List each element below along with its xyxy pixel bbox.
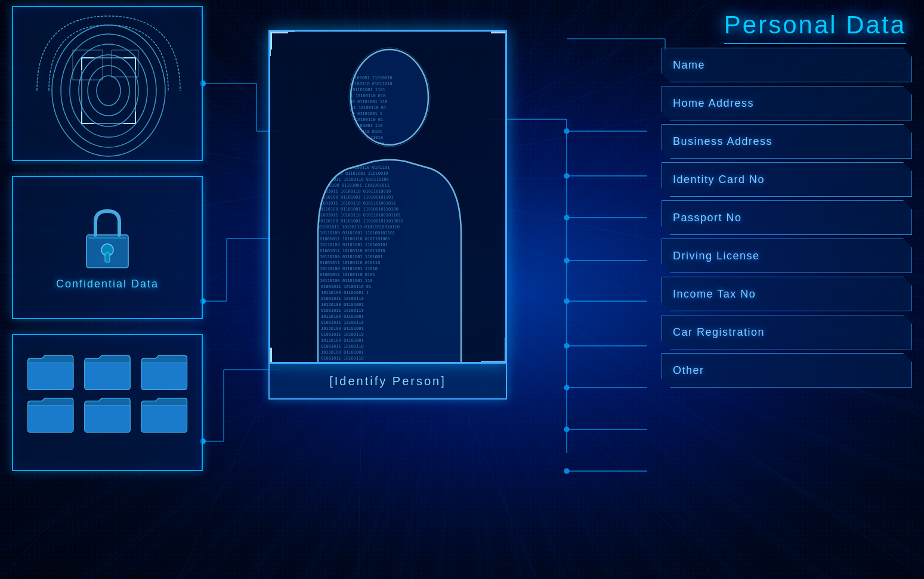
data-item-label-income-tax: Income Tax No — [673, 288, 756, 301]
identify-text: [Identify Person] — [329, 374, 446, 388]
person-silhouette-svg: 10110100 01101001 11010010 01001011 1010… — [270, 32, 507, 364]
svg-text:01001011 10100110: 01001011 10100110 — [321, 332, 364, 337]
files-panel — [12, 334, 203, 471]
svg-rect-82 — [28, 405, 73, 432]
lock-icon — [78, 205, 137, 271]
svg-text:10110100 01101001: 10110100 01101001 — [321, 314, 364, 319]
svg-text:10110100 01101001 110100101: 10110100 01101001 110100101 — [320, 243, 388, 247]
svg-rect-137 — [270, 32, 272, 49]
data-item-other: Other — [662, 353, 912, 388]
data-item-name: Name — [662, 48, 912, 82]
svg-rect-81 — [141, 363, 187, 390]
svg-text:01001011 10100110: 01001011 10100110 — [321, 356, 364, 361]
svg-point-62 — [61, 34, 156, 147]
svg-text:10110100 01101001: 10110100 01101001 — [321, 302, 364, 307]
svg-rect-64 — [82, 58, 135, 123]
svg-rect-78 — [88, 237, 126, 239]
svg-rect-80 — [85, 363, 130, 390]
svg-text:01001011 10100110 010110100101: 01001011 10100110 010110100101101 — [318, 213, 401, 218]
center-panel: 10110100 01101001 11010010 01001011 1010… — [268, 30, 507, 435]
svg-text:01001011 10100110 0101: 01001011 10100110 0101 — [320, 273, 375, 277]
data-item-label-other: Other — [673, 364, 704, 377]
svg-text:10110100 01101001 11010: 10110100 01101001 11010 — [320, 267, 378, 271]
person-frame: 10110100 01101001 11010010 01001011 1010… — [268, 30, 507, 364]
svg-text:10110100 01101001 110100101101: 10110100 01101001 1101001011010010 — [318, 219, 403, 224]
data-item-label-identity-card: Identity Card No — [673, 174, 765, 186]
svg-rect-84 — [141, 405, 187, 432]
svg-text:01001011 10100110 01011010: 01001011 10100110 01011010 — [320, 249, 385, 253]
data-item-label-business-address: Business Address — [673, 135, 772, 148]
svg-text:01001011 10100110 010110: 01001011 10100110 010110 — [320, 261, 380, 265]
svg-text:01001011 10100110 01011010010: 01001011 10100110 01011010010 — [318, 189, 391, 194]
svg-text:10110100 01101001 1101001: 10110100 01101001 1101001 — [320, 255, 382, 259]
data-item-income-tax: Income Tax No — [662, 277, 912, 311]
fingerprint-panel — [12, 6, 203, 161]
data-item-label-passport: Passport No — [673, 212, 742, 224]
svg-text:01001011 10100110 01: 01001011 10100110 01 — [321, 284, 371, 289]
svg-text:01001011 10100110 010110100101: 01001011 10100110 0101101001011 — [318, 201, 396, 206]
main-container: Personal Data — [0, 0, 924, 579]
data-item-car-registration: Car Registration — [662, 315, 912, 349]
page-title: Personal Data — [724, 11, 906, 44]
data-item-business-address: Business Address — [662, 124, 912, 159]
svg-rect-77 — [105, 253, 110, 262]
svg-text:10110100 01101001 110100101101: 10110100 01101001 110100101101 — [320, 231, 395, 236]
svg-rect-136 — [270, 32, 288, 33]
svg-text:01001011 10100110: 01001011 10100110 — [321, 320, 364, 325]
right-panel: NameHome AddressBusiness AddressIdentity… — [662, 48, 912, 388]
data-item-passport: Passport No — [662, 200, 912, 235]
svg-text:10110100 01101001: 10110100 01101001 — [321, 350, 364, 355]
svg-rect-138 — [491, 32, 507, 33]
svg-text:10110100 01101001 110: 10110100 01101001 110 — [320, 278, 373, 283]
svg-text:01001011 10100110: 01001011 10100110 — [321, 344, 364, 349]
left-panels: Confidential Data — [12, 6, 224, 471]
svg-point-63 — [52, 25, 165, 156]
svg-point-59 — [88, 66, 129, 116]
svg-text:10110100 01101001 110100101101: 10110100 01101001 11010010110100 — [318, 207, 398, 212]
svg-text:01001011 10100110 0101101001: 01001011 10100110 0101101001 — [320, 237, 390, 241]
svg-text:10110100 01101001: 10110100 01101001 — [321, 326, 364, 331]
svg-rect-141 — [270, 348, 272, 364]
data-item-label-name: Name — [673, 59, 705, 72]
data-item-label-car-registration: Car Registration — [673, 326, 765, 339]
folder-grid-icon — [22, 344, 193, 469]
identify-bar: [Identify Person] — [268, 364, 507, 400]
svg-text:10110100 01101001: 10110100 01101001 — [321, 338, 364, 343]
data-item-label-driving-license: Driving License — [673, 250, 760, 262]
fingerprint-svg — [13, 7, 204, 162]
data-item-home-address: Home Address — [662, 86, 912, 120]
svg-text:10110100 01101001 1: 10110100 01101001 1 — [321, 290, 369, 295]
confidential-panel: Confidential Data — [12, 176, 203, 319]
svg-text:01001011 10100110: 01001011 10100110 — [321, 308, 364, 313]
svg-text:01001011 10100110: 01001011 10100110 — [321, 296, 364, 301]
svg-text:10110100 01101001 110100101101: 10110100 01101001 110100101101 — [318, 195, 393, 200]
data-item-driving-license: Driving License — [662, 239, 912, 273]
confidential-label: Confidential Data — [56, 278, 159, 290]
svg-rect-83 — [85, 405, 130, 432]
data-item-identity-card: Identity Card No — [662, 162, 912, 197]
svg-text:01001011 10100110 010110100101: 01001011 10100110 01011010010110 — [319, 225, 400, 230]
data-item-label-home-address: Home Address — [673, 97, 754, 110]
svg-rect-79 — [28, 363, 73, 390]
